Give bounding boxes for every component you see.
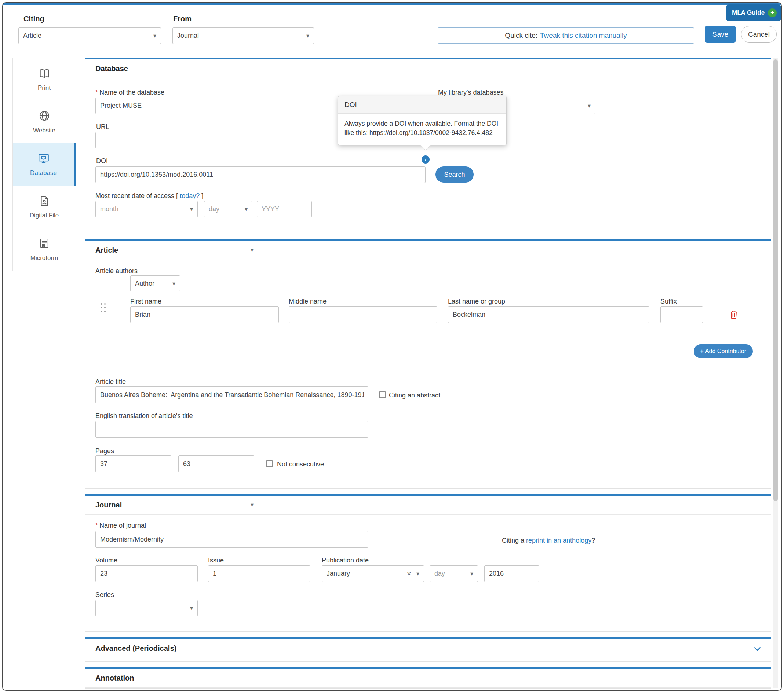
article-title-label: Article title <box>96 378 126 386</box>
middle-name-label: Middle name <box>289 298 326 305</box>
delete-contributor-button[interactable] <box>729 309 739 320</box>
access-month-select[interactable]: month ▾ <box>96 201 198 217</box>
journal-section-header: Journal <box>86 496 771 515</box>
last-name-label: Last name or group <box>448 298 505 305</box>
mla-guide-button[interactable]: MLA Guide + <box>726 4 781 21</box>
chevron-down-icon: ▾ <box>173 280 175 287</box>
annotation-section-header: Annotation <box>86 669 771 688</box>
library-databases-label: My library's databases <box>438 89 504 97</box>
cancel-button[interactable]: Cancel <box>741 26 777 43</box>
annotation-section: Annotation <box>85 667 771 689</box>
citing-select[interactable]: Article ▾ <box>18 28 161 44</box>
access-day-select[interactable]: day ▾ <box>204 201 252 217</box>
from-label: From <box>173 15 191 23</box>
pages-label: Pages <box>96 447 114 455</box>
sidebar-item-label: Print <box>38 84 51 92</box>
doi-tooltip-body: Always provide a DOI when available. For… <box>338 114 506 145</box>
drag-handle[interactable] <box>100 303 105 312</box>
not-consecutive-label: Not consecutive <box>277 461 324 468</box>
publication-day-select[interactable]: day ▾ <box>430 565 478 582</box>
sidebar-item-label: Website <box>33 127 55 134</box>
journal-name-label: *Name of journal <box>96 522 146 529</box>
quick-cite-prefix: Quick cite: <box>505 31 537 39</box>
from-select[interactable]: Journal ▾ <box>173 28 314 44</box>
page-start-input[interactable] <box>96 455 171 472</box>
series-label: Series <box>96 591 114 599</box>
citing-abstract-label: Citing an abstract <box>389 392 440 399</box>
journal-name-input[interactable] <box>96 531 368 548</box>
collapse-chevron-icon[interactable]: ▾ <box>250 501 254 508</box>
database-name-label: *Name of the database <box>96 89 165 97</box>
first-name-label: First name <box>130 298 161 305</box>
last-name-input[interactable] <box>448 306 649 323</box>
volume-input[interactable] <box>96 565 198 582</box>
chevron-down-icon: ▾ <box>417 570 419 577</box>
today-link[interactable]: today? <box>180 192 199 199</box>
chevron-down-icon: ▾ <box>153 32 156 39</box>
citing-label: Citing <box>23 15 44 23</box>
publication-year-input[interactable] <box>484 565 539 582</box>
issue-input[interactable] <box>208 565 310 582</box>
sidebar-item-print[interactable]: Print <box>13 58 76 100</box>
clear-icon[interactable]: ✕ <box>407 570 411 577</box>
add-contributor-button[interactable]: + Add Contributor <box>694 344 753 358</box>
globe-icon <box>38 110 51 123</box>
middle-name-input[interactable] <box>289 306 437 323</box>
database-screen-icon <box>38 152 50 166</box>
sidebar-item-label: Database <box>30 169 57 177</box>
chevron-down-icon: ▾ <box>306 32 309 39</box>
sidebar-item-label: Digital File <box>30 212 59 219</box>
access-date-label: Most recent date of access [ today? ] <box>96 192 203 200</box>
book-icon <box>38 67 51 81</box>
database-section: Database *Name of the database My librar… <box>85 57 771 234</box>
reprint-anthology-text: Citing a reprint in an anthology? <box>502 537 595 545</box>
first-name-input[interactable] <box>130 306 279 323</box>
citing-abstract-checkbox[interactable] <box>379 391 386 398</box>
publication-date-label: Publication date <box>322 557 369 564</box>
suffix-input[interactable] <box>660 306 703 323</box>
doi-input[interactable] <box>96 166 426 183</box>
article-title-input[interactable] <box>96 386 368 403</box>
article-section: Article ▾ Article authors Author ▾ First… <box>85 239 771 489</box>
journal-section: Journal ▾ *Name of journal Citing a repr… <box>85 494 771 632</box>
advanced-section-header: Advanced (Periodicals) <box>86 639 771 658</box>
quick-cite-link[interactable]: Tweak this citation manually <box>540 31 627 39</box>
sidebar-item-label: Microform <box>30 255 58 262</box>
source-type-sidebar: Print Website Database Digital File Micr… <box>13 57 76 271</box>
info-icon[interactable]: i <box>422 156 430 164</box>
sidebar-item-database[interactable]: Database <box>13 143 76 186</box>
translation-label: English translation of article's title <box>96 412 193 420</box>
search-button[interactable]: Search <box>435 166 474 182</box>
not-consecutive-checkbox[interactable] <box>266 460 273 467</box>
save-button[interactable]: Save <box>705 26 736 43</box>
citation-form-app: Citing Article ▾ From Journal ▾ Quick ci… <box>0 0 784 693</box>
from-select-value: Journal <box>177 32 199 39</box>
plus-icon: + <box>700 348 704 355</box>
mla-guide-label: MLA Guide <box>732 9 764 16</box>
required-asterisk: * <box>96 89 98 96</box>
reprint-anthology-link[interactable]: reprint in an anthology <box>526 537 591 544</box>
scrollbar-thumb[interactable] <box>773 59 778 501</box>
series-select[interactable]: ▾ <box>96 600 198 616</box>
article-authors-label: Article authors <box>96 267 138 275</box>
suffix-label: Suffix <box>660 298 677 305</box>
quick-cite-box[interactable]: Quick cite: Tweak this citation manually <box>438 28 694 44</box>
plus-icon: + <box>768 8 777 17</box>
sidebar-item-microform[interactable]: Microform <box>13 228 76 271</box>
advanced-periodicals-section: Advanced (Periodicals) <box>85 637 771 662</box>
volume-label: Volume <box>96 557 117 564</box>
chevron-down-icon: ▾ <box>190 206 193 213</box>
doi-tooltip: DOI Always provide a DOI when available.… <box>338 96 507 145</box>
page-end-input[interactable] <box>178 455 254 472</box>
translation-input[interactable] <box>96 421 368 438</box>
article-section-header: Article <box>86 241 771 260</box>
collapse-chevron-icon[interactable]: ▾ <box>250 246 254 253</box>
publication-month-select[interactable]: January ✕ ▾ <box>322 565 424 582</box>
contributor-role-select[interactable]: Author ▾ <box>130 275 180 292</box>
database-section-header: Database <box>86 59 771 79</box>
sidebar-item-digital-file[interactable]: Digital File <box>13 186 76 228</box>
access-year-input[interactable] <box>257 201 312 217</box>
chevron-down-icon: ▾ <box>470 570 473 577</box>
sidebar-item-website[interactable]: Website <box>13 100 76 143</box>
document-icon <box>38 237 51 251</box>
